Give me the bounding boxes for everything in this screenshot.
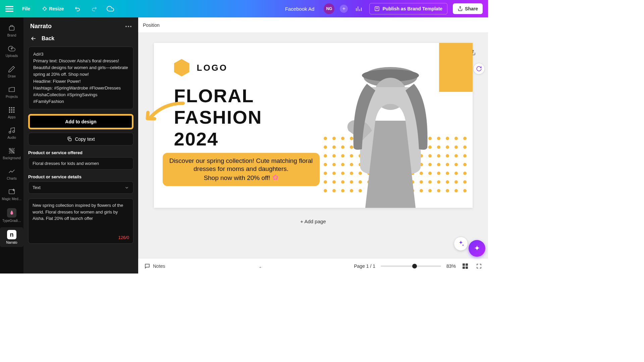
design-page-1[interactable]: LOGO FLORAL FASHION 2024 Discover our sp…: [154, 43, 473, 208]
svg-rect-7: [13, 109, 15, 111]
user-avatar[interactable]: NG: [324, 3, 334, 14]
char-counter: 126/0: [33, 235, 129, 240]
back-button[interactable]: [30, 35, 37, 42]
product-label: Product or service offered: [28, 150, 133, 155]
svg-rect-1: [9, 26, 14, 30]
headline-text: FLORAL FASHION 2024: [174, 85, 262, 150]
flower-emoji-icon: ✿: [272, 173, 278, 182]
rail-brand[interactable]: Brand: [0, 21, 23, 40]
svg-point-11: [9, 131, 11, 133]
svg-rect-8: [9, 112, 10, 113]
svg-rect-9: [11, 112, 12, 113]
rail-magic-media[interactable]: Magic Med…: [0, 185, 23, 203]
rail-projects[interactable]: Projects: [0, 83, 23, 101]
sparkle-fab[interactable]: [454, 237, 468, 251]
main-layout: Brand Uploads Draw Projects Apps Audio B…: [0, 17, 488, 274]
file-menu[interactable]: File: [19, 4, 34, 13]
model-photo: [328, 54, 452, 208]
svg-point-12: [13, 131, 15, 133]
svg-rect-6: [11, 109, 12, 111]
generated-ad-card: Ad#3 Primary text: Discover Aisha's flor…: [28, 47, 133, 109]
details-label: Product or service details: [28, 174, 133, 179]
grid-view-button[interactable]: [461, 262, 469, 270]
page-indicator: Page 1 / 1: [354, 263, 375, 269]
canvas-viewport[interactable]: LOGO FLORAL FASHION 2024 Discover our sp…: [138, 33, 488, 258]
cloud-sync-icon[interactable]: [105, 3, 116, 14]
hexagon-icon: [174, 59, 190, 76]
back-label: Back: [42, 36, 54, 42]
details-textarea[interactable]: [33, 202, 129, 231]
panel-more-button[interactable]: [125, 26, 131, 27]
position-toolbar[interactable]: Position: [138, 17, 488, 33]
main-menu-button[interactable]: [5, 5, 13, 13]
narrato-logo-icon: n: [7, 230, 16, 239]
rail-apps[interactable]: Apps: [0, 103, 23, 122]
chevron-down-icon: [124, 185, 129, 190]
svg-rect-14: [69, 138, 71, 141]
details-type-select[interactable]: Text: [28, 181, 133, 194]
undo-button[interactable]: [72, 3, 83, 14]
top-bar: File Resize Facebook Ad NG + Publish as …: [0, 0, 488, 17]
add-to-design-button[interactable]: Add to design: [28, 114, 133, 129]
rail-narrato[interactable]: n Narrato: [0, 227, 23, 247]
copy-icon: [67, 136, 72, 142]
rail-typegradient[interactable]: TypeGradi…: [0, 205, 23, 225]
annotation-arrow: [140, 100, 186, 133]
resize-menu[interactable]: Resize: [39, 4, 67, 13]
add-page-button[interactable]: + Add page: [154, 215, 473, 228]
panel-title: Narrato: [30, 23, 52, 30]
zoom-percent[interactable]: 83%: [446, 263, 456, 269]
left-icon-rail: Brand Uploads Draw Projects Apps Audio B…: [0, 17, 23, 274]
fullscreen-button[interactable]: [475, 262, 483, 270]
footer-bar: Notes ⌃ Page 1 / 1 83%: [138, 258, 488, 274]
copy-text-button[interactable]: Copy text: [28, 133, 133, 145]
notes-button[interactable]: Notes: [143, 262, 167, 270]
publish-brand-template-button[interactable]: Publish as Brand Template: [369, 3, 447, 14]
analytics-button[interactable]: [353, 3, 364, 14]
regenerate-fab[interactable]: [473, 63, 485, 74]
svg-rect-10: [13, 112, 15, 113]
subhead-box: Discover our spring collection! Cute mat…: [163, 153, 320, 186]
product-input[interactable]: [28, 157, 133, 170]
svg-rect-5: [9, 109, 10, 111]
rail-charts[interactable]: Charts: [0, 165, 23, 183]
details-textarea-wrapper: 126/0: [28, 198, 133, 244]
zoom-slider[interactable]: [381, 265, 441, 267]
rail-background[interactable]: Background: [0, 144, 23, 163]
logo-text: LOGO: [197, 63, 228, 73]
redo-button[interactable]: [89, 3, 99, 14]
magic-fab[interactable]: ✦: [469, 240, 485, 257]
rail-draw[interactable]: Draw: [0, 62, 23, 81]
svg-rect-3: [11, 107, 12, 109]
rail-audio[interactable]: Audio: [0, 124, 23, 142]
document-title[interactable]: Facebook Ad: [285, 6, 315, 12]
svg-rect-4: [13, 107, 15, 109]
logo-row: LOGO: [174, 59, 228, 76]
canvas-area: Position LOGO: [138, 17, 488, 274]
share-button[interactable]: Share: [453, 3, 483, 14]
narrato-panel: Narrato Back Ad#3 Primary text: Discover…: [23, 17, 138, 274]
expand-pages-button[interactable]: ⌃: [259, 266, 262, 271]
svg-rect-2: [9, 107, 10, 109]
rail-uploads[interactable]: Uploads: [0, 42, 23, 60]
add-collaborator-button[interactable]: +: [340, 5, 348, 13]
